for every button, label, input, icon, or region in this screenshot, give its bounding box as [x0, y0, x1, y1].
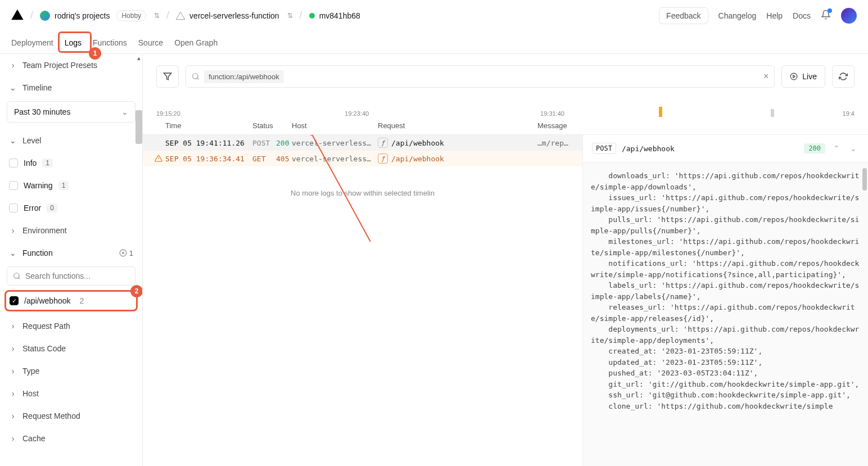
sidebar-function-header[interactable]: ⌄ Function 1	[0, 242, 142, 264]
tabs-row: Deployment Logs Functions Source Open Gr…	[0, 31, 868, 54]
function-search[interactable]	[7, 266, 135, 286]
tab-deployment[interactable]: Deployment	[11, 31, 53, 54]
cache-label: Cache	[22, 434, 45, 443]
log-host: vercel-serverless…	[292, 139, 378, 147]
sidebar-timeline-header[interactable]: ⌄ Timeline	[0, 76, 142, 99]
checkbox-warning[interactable]	[9, 181, 18, 190]
search-box[interactable]: function:/api/webhook ×	[186, 65, 775, 88]
time-range-select[interactable]: Past 30 minutes ⌄	[7, 101, 135, 123]
function-clear-filter[interactable]: 1	[119, 249, 133, 257]
function-badge-icon: ƒ	[378, 138, 388, 148]
breadcrumb-team[interactable]: rodriq's projects Hobby ⇅	[40, 10, 160, 21]
sidebar-level-header[interactable]: ⌄ Level	[0, 129, 142, 152]
sidebar-cache[interactable]: › Cache	[0, 427, 142, 450]
sidebar-host[interactable]: › Host	[0, 382, 142, 405]
vercel-logo-icon[interactable]	[11, 8, 24, 22]
filter-button[interactable]	[156, 65, 179, 88]
project-icon	[176, 11, 185, 20]
sidebar-type[interactable]: › Type	[0, 360, 142, 382]
request-path-label: Request Path	[22, 322, 70, 331]
log-host: vercel-serverless…	[292, 155, 378, 163]
play-circle-icon	[790, 73, 798, 80]
top-header: / rodriq's projects Hobby ⇅ / vercel-ser…	[0, 0, 868, 31]
log-table-header: Time Status Host Request Message	[143, 117, 868, 135]
breadcrumb-project[interactable]: vercel-serverless-function ⇅	[176, 11, 293, 20]
sidebar-request-method[interactable]: › Request Method	[0, 405, 142, 427]
chevron-down-icon: ⌄	[9, 83, 17, 92]
no-more-logs: No more logs to show within selected tim…	[143, 166, 582, 220]
environment-label: Environment	[22, 226, 67, 235]
function-item-path: /api/webhook	[24, 296, 71, 305]
team-name: rodriq's projects	[55, 11, 110, 20]
log-request: ƒ /api/webhook	[378, 153, 537, 164]
log-method: GET	[252, 155, 276, 163]
level-info-row[interactable]: Info 1	[0, 152, 142, 174]
detail-scrollbar-thumb[interactable]	[862, 168, 867, 191]
chevron-down-icon: ⌄	[121, 107, 128, 116]
deployment-status-icon	[309, 13, 315, 19]
level-error-row[interactable]: Error 0	[0, 197, 142, 219]
chevron-right-icon: ›	[9, 61, 17, 70]
timeline-bar	[771, 109, 774, 117]
log-request-path: /api/webhook	[391, 155, 444, 163]
level-warning-row[interactable]: Warning 1	[0, 174, 142, 197]
breadcrumb-separator: /	[300, 10, 302, 21]
team-avatar-icon	[40, 11, 50, 21]
function-search-input[interactable]	[25, 272, 129, 280]
log-message: …m/repos/hoo	[537, 139, 569, 147]
plan-badge: Hobby	[116, 10, 146, 21]
col-host: Host	[292, 121, 378, 130]
log-request: ƒ /api/webhook	[378, 138, 537, 148]
checkbox-info[interactable]	[9, 159, 18, 168]
svg-point-1	[14, 273, 19, 278]
tab-logs[interactable]: Logs	[65, 31, 82, 54]
chevron-right-icon: ›	[9, 344, 17, 353]
team-presets-label: Team Project Presets	[22, 61, 97, 70]
timeline-tick: 19:23:40	[345, 110, 369, 117]
detail-prev-icon[interactable]: ⌃	[831, 144, 842, 153]
search-chip[interactable]: function:/api/webhook	[204, 70, 284, 83]
col-message: Message	[537, 121, 855, 130]
sidebar-team-presets[interactable]: › Team Project Presets	[0, 54, 142, 76]
timeline-strip[interactable]: 19:15:20 19:23:40 19:31:40 19:4	[156, 99, 855, 117]
filter-bar: function:/api/webhook × Live	[143, 54, 868, 99]
detail-body[interactable]: downloads_url: 'https://api.github.com/r…	[583, 162, 868, 466]
function-item-row[interactable]: ✓ /api/webhook 2	[10, 296, 133, 305]
chevron-right-icon: ›	[9, 389, 17, 398]
breadcrumb-separator: /	[30, 10, 33, 21]
user-avatar[interactable]	[841, 8, 857, 24]
help-link[interactable]: Help	[766, 11, 783, 20]
sidebar-environment[interactable]: › Environment	[0, 219, 142, 242]
checkbox-function[interactable]: ✓	[10, 296, 19, 305]
live-button[interactable]: Live	[781, 65, 825, 88]
docs-link[interactable]: Docs	[793, 11, 811, 20]
tab-source[interactable]: Source	[138, 31, 163, 54]
notification-dot-icon	[828, 8, 832, 13]
scrollbar-thumb[interactable]	[135, 110, 142, 144]
team-switcher-icon[interactable]: ⇅	[154, 12, 160, 20]
project-switcher-icon[interactable]: ⇅	[287, 12, 293, 20]
host-label: Host	[22, 389, 39, 398]
chevron-down-icon: ⌄	[9, 248, 17, 257]
breadcrumb-deployment[interactable]: mv841hb68	[309, 11, 360, 20]
log-row[interactable]: SEP 05 19:36:34.41 GET 405 vercel-server…	[143, 151, 582, 166]
log-list: SEP 05 19:41:11.26 POST 200 vercel-serve…	[143, 135, 582, 466]
request-method-label: Request Method	[22, 411, 80, 420]
chevron-down-icon: ⌄	[9, 136, 17, 145]
timeline-bar	[659, 107, 662, 117]
breadcrumb-separator: /	[166, 10, 169, 21]
checkbox-error[interactable]	[9, 203, 18, 212]
detail-next-icon[interactable]: ⌄	[848, 144, 859, 153]
clear-search-icon[interactable]: ×	[763, 71, 768, 82]
log-row[interactable]: SEP 05 19:41:11.26 POST 200 vercel-serve…	[143, 135, 582, 151]
scroll-up-icon[interactable]: ▲	[135, 54, 142, 62]
log-status: 405	[276, 155, 292, 163]
sidebar-status-code[interactable]: › Status Code	[0, 337, 142, 360]
changelog-link[interactable]: Changelog	[718, 11, 757, 20]
log-rows-area: SEP 05 19:41:11.26 POST 200 vercel-serve…	[143, 135, 868, 466]
sidebar-request-path[interactable]: › Request Path	[0, 315, 142, 337]
notifications-button[interactable]	[821, 10, 831, 21]
refresh-button[interactable]	[832, 65, 855, 88]
tab-open-graph[interactable]: Open Graph	[174, 31, 218, 54]
feedback-button[interactable]: Feedback	[659, 7, 708, 24]
